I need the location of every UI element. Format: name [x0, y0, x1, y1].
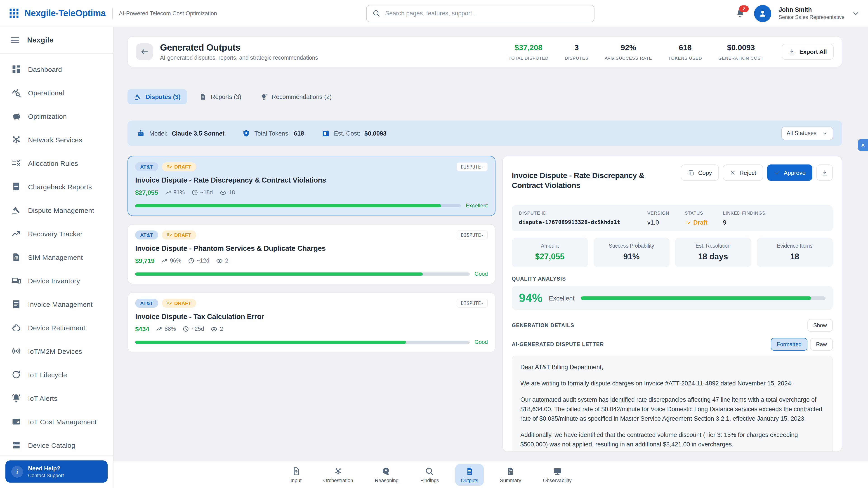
back-button[interactable] — [136, 43, 153, 60]
sidebar-item-iot-alerts[interactable]: IoT Alerts — [0, 386, 113, 410]
formatted-toggle-button[interactable]: Formatted — [771, 338, 807, 351]
global-search[interactable] — [366, 5, 594, 22]
lightbulb-icon — [260, 93, 268, 100]
search-input[interactable] — [384, 9, 588, 17]
brand[interactable]: Nexgile-TeleOptima AI-Powered Telecom Co… — [8, 7, 217, 19]
dispute-title: Invoice Dispute - Rate Discrepancy & Con… — [135, 176, 488, 184]
alert-bell-icon — [11, 393, 21, 403]
sidebar-item-recovery-tracker[interactable]: Recovery Tracker — [0, 222, 113, 246]
nav-findings[interactable]: Findings — [415, 464, 444, 486]
stat-total-disputed: $37,208TOTAL DISPUTED — [508, 43, 549, 60]
tab-disputes[interactable]: Disputes (3) — [127, 89, 187, 104]
stat-generation-cost: $0.0093GENERATION COST — [718, 43, 764, 60]
user-info[interactable]: John Smith Senior Sales Representative — [779, 6, 845, 21]
nav-outputs[interactable]: Outputs — [456, 464, 484, 486]
quality-analysis-heading: QUALITY ANALYSIS — [512, 276, 833, 282]
gavel-icon — [11, 205, 21, 215]
avatar[interactable] — [754, 5, 772, 22]
dispute-id-chip: DISPUTE- — [457, 230, 488, 239]
sidebar-item-dashboard[interactable]: Dashboard — [0, 57, 113, 81]
rules-checklist-icon — [11, 158, 21, 168]
sidebar-item-sim-management[interactable]: SIM Management — [0, 246, 113, 269]
status-filter-dropdown[interactable]: All Statuses — [781, 127, 833, 140]
show-generation-details-button[interactable]: Show — [807, 319, 833, 332]
page-title: Generated Outputs — [160, 42, 318, 53]
nav-summary[interactable]: Summary — [495, 464, 527, 486]
app-grid-logo-icon — [8, 7, 20, 19]
pipeline-bottom-nav: Input Orchestration Reasoning Findings O… — [114, 461, 868, 488]
evidence-count: 2 — [211, 326, 223, 332]
sidebar-item-operational[interactable]: Operational — [0, 81, 113, 104]
dispute-card-3[interactable]: AT&T DRAFT DISPUTE- Invoice Dispute - Ta… — [127, 292, 495, 352]
approve-button[interactable]: Approve — [767, 164, 812, 181]
nav-input[interactable]: Input — [285, 464, 307, 486]
download-letter-button[interactable] — [816, 164, 833, 181]
notifications-button[interactable]: 2 — [734, 7, 747, 20]
magnifier-icon — [425, 467, 434, 476]
quality-progress-bar — [135, 204, 461, 207]
dispute-id-chip: DISPUTE- — [457, 299, 488, 308]
detail-stats: Amount $27,055 Success Probability 91% E… — [512, 238, 833, 267]
quality-rating: Excellent — [549, 295, 575, 302]
eye-icon — [216, 257, 223, 264]
contact-support-button[interactable]: i Need Help? Contact Support — [5, 460, 107, 483]
detail-stat-success-probability: Success Probability 91% — [593, 238, 670, 267]
token-shield-icon — [242, 129, 250, 138]
success-probability: 96% — [161, 258, 181, 264]
x-icon — [730, 169, 736, 176]
sidebar-item-optimization[interactable]: Optimization — [0, 104, 113, 128]
trend-up-icon — [11, 229, 21, 238]
sidebar-item-device-retirement[interactable]: Device Retirement — [0, 316, 113, 339]
sidebar-item-chargeback-reports[interactable]: Chargeback Reports — [0, 175, 113, 198]
meta-status: STATUS Draft — [685, 211, 708, 226]
pencil-draft-icon — [166, 232, 172, 238]
dashboard-icon — [11, 64, 21, 74]
chevron-down-icon[interactable] — [852, 9, 860, 18]
user-name: John Smith — [779, 6, 845, 14]
dispute-card-1[interactable]: AT&T DRAFT DISPUTE- Invoice Dispute - Ra… — [127, 156, 495, 216]
sidebar-item-invoice-management[interactable]: Invoice Management — [0, 292, 113, 316]
raw-toggle-button[interactable]: Raw — [810, 338, 833, 351]
copy-button[interactable]: Copy — [681, 164, 719, 181]
dispute-title: Invoice Dispute - Phantom Services & Dup… — [135, 245, 488, 253]
tab-reports[interactable]: Reports (3) — [193, 89, 248, 104]
sidebar-item-network-services[interactable]: Network Services — [0, 128, 113, 151]
floating-extension-button[interactable]: A — [858, 139, 868, 151]
network-hub-icon — [11, 135, 21, 144]
tab-recommendations[interactable]: Recommendations (2) — [254, 89, 339, 104]
sidebar-item-iot-lifecycle[interactable]: IoT Lifecycle — [0, 363, 113, 386]
help-subtitle: Contact Support — [28, 473, 64, 478]
sidebar-title: Nexgile — [27, 36, 54, 44]
nav-orchestration[interactable]: Orchestration — [318, 464, 359, 486]
sidebar-item-device-catalog[interactable]: Device Catalog — [0, 433, 113, 455]
sidebar-item-device-inventory[interactable]: Device Inventory — [0, 269, 113, 292]
dispute-amount: $27,055 — [135, 189, 158, 196]
user-icon — [758, 8, 768, 18]
sidebar-item-iot-m2m-devices[interactable]: IoT/M2M Devices — [0, 339, 113, 363]
dispute-card-2[interactable]: AT&T DRAFT DISPUTE- Invoice Dispute - Ph… — [127, 224, 495, 284]
sim-card-icon — [11, 252, 21, 262]
stat-disputes: 3DISPUTES — [565, 43, 589, 60]
generation-details-heading: GENERATION DETAILS — [512, 323, 574, 328]
model-info-bar: Model:Claude 3.5 Sonnet Total Tokens:618… — [127, 121, 842, 146]
sidebar-item-iot-cost-management[interactable]: IoT Cost Management — [0, 410, 113, 433]
clock-icon — [183, 326, 189, 332]
export-all-button[interactable]: Export All — [782, 44, 834, 60]
nav-observability[interactable]: Observability — [537, 464, 577, 486]
output-tabs: Disputes (3) Reports (3) Recommendations… — [127, 89, 842, 104]
dispute-letter-body: Dear AT&T Billing Department, We are wri… — [512, 356, 833, 452]
sidebar-item-allocation-rules[interactable]: Allocation Rules — [0, 151, 113, 175]
draft-badge: DRAFT — [162, 230, 196, 239]
output-document-icon — [465, 467, 474, 476]
summary-document-icon — [506, 467, 515, 476]
reject-button[interactable]: Reject — [723, 164, 763, 181]
resolution-eta: ~12d — [188, 258, 209, 264]
hamburger-menu-icon[interactable] — [10, 35, 20, 45]
dispute-meta: DISPUTE ID dispute-1767089913328-dx5khdx… — [512, 205, 833, 232]
draft-badge: DRAFT — [162, 162, 196, 171]
info-icon: i — [11, 466, 23, 477]
nav-reasoning[interactable]: Reasoning — [369, 464, 404, 486]
chart-search-icon — [11, 88, 21, 98]
meta-linked-findings: LINKED FINDINGS 9 — [723, 211, 765, 226]
sidebar-item-dispute-management[interactable]: Dispute Management — [0, 198, 113, 222]
